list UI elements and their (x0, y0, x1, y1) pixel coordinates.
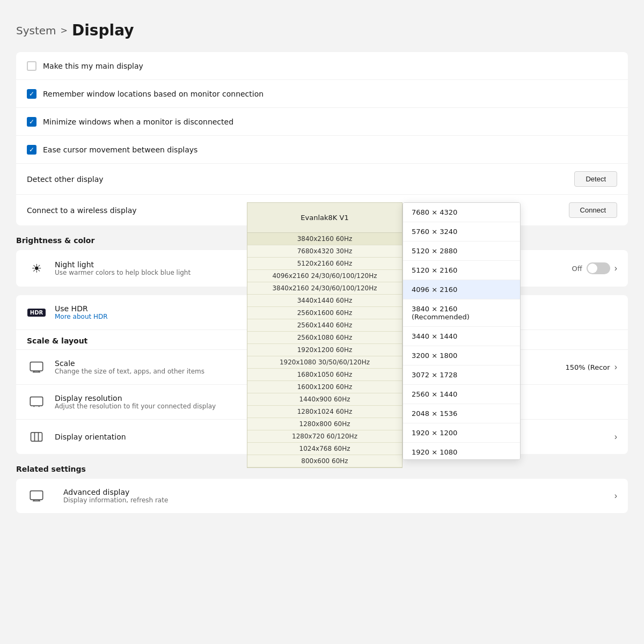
svg-rect-0 (30, 362, 42, 371)
advanced-display-icon (27, 486, 46, 506)
monitor-res-3[interactable]: 3840x2160 24/30/60/100/120Hz (247, 282, 402, 295)
res-item-9[interactable]: 2560 × 1440 (403, 385, 520, 404)
orientation-chevron[interactable]: › (614, 432, 617, 442)
minimize-windows-checkbox-wrapper: Minimize windows when a monitor is disco… (27, 117, 617, 127)
ease-cursor-checkbox-wrapper: Ease cursor movement between displays (27, 145, 617, 155)
res-item-0[interactable]: 7680 × 4320 (403, 203, 520, 222)
hdr-icon: HDR (27, 303, 46, 322)
monitor-table: Evanlak8K V1 3840x2160 60Hz 7680x4320 30… (247, 202, 402, 468)
monitor-res-16[interactable]: 1024x768 60Hz (247, 443, 402, 455)
monitor-res-9[interactable]: 1920x1080 30/50/60/120Hz (247, 356, 402, 369)
ease-cursor-label: Ease cursor movement between displays (43, 145, 197, 154)
resolution-list: 7680 × 4320 5760 × 3240 5120 × 2880 5120… (402, 202, 521, 460)
detect-display-label: Detect other display (27, 175, 104, 184)
res-item-2[interactable]: 5120 × 2880 (403, 241, 520, 261)
connect-wireless-label: Connect to a wireless display (27, 206, 137, 215)
breadcrumb-current: Display (72, 21, 134, 39)
monitor-res-7[interactable]: 2560x1080 60Hz (247, 332, 402, 344)
detect-display-row: Detect other display Detect (16, 164, 628, 195)
main-display-checkbox-wrapper: Make this my main display (27, 61, 617, 71)
minimize-windows-checkbox[interactable] (27, 117, 36, 127)
svg-rect-2 (31, 433, 42, 441)
res-item-1[interactable]: 5760 × 3240 (403, 222, 520, 241)
main-display-checkbox[interactable] (27, 61, 36, 71)
res-item-10[interactable]: 2048 × 1536 (403, 404, 520, 423)
advanced-display-title: Advanced display (63, 488, 606, 496)
monitor-table-header: Evanlak8K V1 (247, 203, 402, 233)
night-light-chevron[interactable]: › (614, 264, 617, 273)
advanced-display-row[interactable]: Advanced display Display information, re… (16, 479, 628, 513)
res-item-6[interactable]: 3440 × 1440 (403, 327, 520, 346)
monitor-res-0[interactable]: 7680x4320 30Hz (247, 245, 402, 258)
remember-windows-row: Remember window locations based on monit… (16, 80, 628, 108)
svg-rect-3 (30, 491, 42, 500)
related-card: Advanced display Display information, re… (16, 479, 628, 513)
resolution-icon (27, 392, 46, 412)
breadcrumb-arrow: > (61, 25, 68, 35)
night-light-status: Off (572, 265, 582, 273)
main-display-label: Make this my main display (43, 62, 143, 70)
remember-windows-checkbox[interactable] (27, 89, 36, 99)
monitor-res-4[interactable]: 3440x1440 60Hz (247, 295, 402, 307)
resolution-dropdown-overlay: Evanlak8K V1 3840x2160 60Hz 7680x4320 30… (247, 202, 521, 468)
res-item-4[interactable]: 4096 × 2160 (403, 280, 520, 299)
res-item-3[interactable]: 5120 × 2160 (403, 261, 520, 280)
scale-chevron[interactable]: › (614, 362, 617, 372)
main-display-row: Make this my main display (16, 52, 628, 80)
sun-icon: ☀️ (27, 259, 46, 278)
remember-windows-checkbox-wrapper: Remember window locations based on monit… (27, 89, 617, 99)
connect-button[interactable]: Connect (569, 202, 617, 218)
monitor-res-13[interactable]: 1280x1024 60Hz (247, 406, 402, 418)
res-item-11[interactable]: 1920 × 1200 (403, 423, 520, 443)
ease-cursor-row: Ease cursor movement between displays (16, 136, 628, 164)
monitor-res-2[interactable]: 4096x2160 24/30/60/100/120Hz (247, 270, 402, 282)
res-item-5[interactable]: 3840 × 2160 (Recommended) (403, 299, 520, 327)
minimize-windows-label: Minimize windows when a monitor is disco… (43, 118, 233, 126)
display-options-card: Make this my main display Remember windo… (16, 52, 628, 225)
monitor-res-12[interactable]: 1440x900 60Hz (247, 393, 402, 406)
monitor-res-8[interactable]: 1920x1200 60Hz (247, 344, 402, 356)
minimize-windows-row: Minimize windows when a monitor is disco… (16, 108, 628, 136)
monitor-res-15[interactable]: 1280x720 60/120Hz (247, 430, 402, 443)
settings-page: System > Display Make this my main displ… (0, 0, 644, 529)
scale-layout-area: HDR Use HDR More about HDR Scale & layou… (16, 295, 628, 513)
res-item-8[interactable]: 3072 × 1728 (403, 365, 520, 385)
advanced-display-text: Advanced display Display information, re… (63, 488, 606, 504)
res-item-12[interactable]: 1920 × 1080 (403, 443, 520, 460)
breadcrumb-system[interactable]: System (16, 24, 56, 37)
scale-layout-card: HDR Use HDR More about HDR Scale & layou… (16, 295, 628, 454)
scale-value: 150% (Recor (565, 363, 610, 371)
night-light-control: Off › (572, 262, 617, 274)
monitor-res-5[interactable]: 2560x1600 60Hz (247, 307, 402, 319)
breadcrumb: System > Display (16, 21, 628, 39)
detect-button[interactable]: Detect (574, 171, 617, 187)
monitor-res-1[interactable]: 5120x2160 60Hz (247, 258, 402, 270)
hdr-badge: HDR (27, 309, 46, 317)
advanced-display-subtitle: Display information, refresh rate (63, 496, 606, 504)
scale-icon (27, 357, 46, 377)
monitor-res-6[interactable]: 2560x1440 60Hz (247, 319, 402, 332)
monitor-current-res[interactable]: 3840x2160 60Hz (247, 233, 402, 245)
resolution-row: Display resolution Adjust the resolution… (16, 384, 628, 419)
monitor-res-10[interactable]: 1680x1050 60Hz (247, 369, 402, 381)
remember-windows-label: Remember window locations based on monit… (43, 90, 264, 98)
monitor-res-17[interactable]: 800x600 60Hz (247, 455, 402, 467)
orientation-icon (27, 427, 46, 447)
advanced-display-chevron[interactable]: › (614, 491, 617, 501)
night-light-toggle[interactable] (587, 262, 610, 274)
svg-rect-1 (30, 397, 42, 406)
monitor-res-11[interactable]: 1600x1200 60Hz (247, 381, 402, 393)
monitor-res-14[interactable]: 1280x800 60Hz (247, 418, 402, 430)
res-item-7[interactable]: 3200 × 1800 (403, 346, 520, 365)
ease-cursor-checkbox[interactable] (27, 145, 36, 155)
